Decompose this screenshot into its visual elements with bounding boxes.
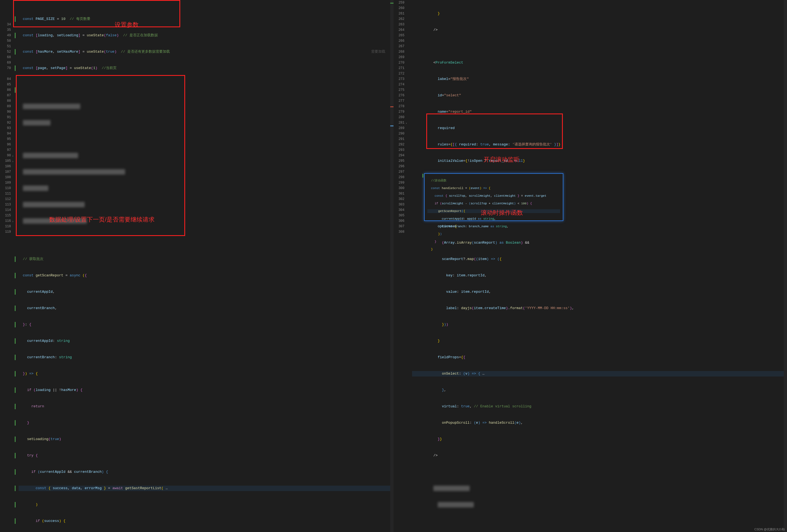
left-gutter: 34354950 51526869 70 84858687 88899091 9…	[0, 0, 14, 532]
editor-split-view: 34354950 51526869 70 84858687 88899091 9…	[0, 0, 787, 532]
left-editor-pane: 34354950 51526869 70 84858687 88899091 9…	[0, 0, 394, 532]
right-gutter: 259260261262 263264265266 267268269270 2…	[394, 0, 407, 532]
fold-chevron-icon[interactable]: ›	[11, 159, 14, 162]
fold-chevron-icon[interactable]: ›	[11, 219, 14, 222]
right-minimap[interactable]	[784, 0, 787, 532]
fold-chevron-icon[interactable]: ›	[11, 154, 14, 156]
left-minimap[interactable]	[390, 0, 394, 532]
csdn-watermark: CSDN @优雅的大白勒	[754, 527, 785, 531]
fold-chevron-icon[interactable]: ›	[404, 121, 407, 124]
comment: // 每页数量	[70, 17, 90, 21]
right-editor-pane: 259260261262 263264265266 267268269270 2…	[394, 0, 787, 532]
left-code-area[interactable]: const PAGE_SIZE = 10 // 每页数量 const [load…	[14, 0, 394, 532]
right-code-area[interactable]: } /> <ProFormSelect label="报告批次" id="sel…	[407, 0, 787, 532]
